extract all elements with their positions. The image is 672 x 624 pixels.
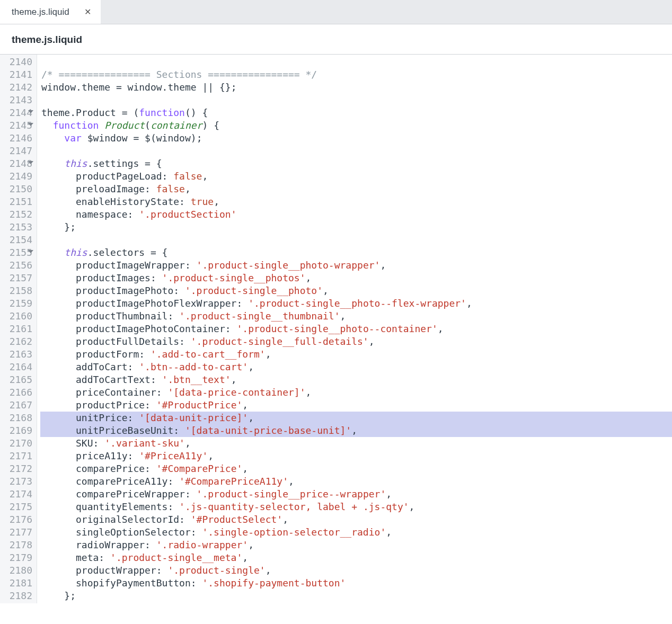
line-number: 2141 <box>3 68 32 81</box>
line-number: 2168 <box>3 412 32 424</box>
line-number: 2176 <box>3 513 32 526</box>
line-number: 2160 <box>3 310 32 323</box>
line-number: 2151 <box>3 195 32 208</box>
line-number: 2156 <box>3 259 32 272</box>
line-number: 2159 <box>3 297 32 310</box>
code-line[interactable]: originalSelectorId: '#ProductSelect', <box>40 513 672 526</box>
code-line[interactable]: meta: '.product-single__meta', <box>40 551 672 564</box>
line-number: 2173 <box>3 475 32 488</box>
line-number: 2182 <box>3 590 32 602</box>
code-line[interactable]: productForm: '.add-to-cart__form', <box>40 348 672 361</box>
fold-icon[interactable] <box>28 110 33 113</box>
breadcrumb-file: theme.js.liquid <box>12 34 82 45</box>
line-number-gutter: 2140214121422143214421452146214721482149… <box>0 55 37 603</box>
code-line[interactable]: }; <box>40 221 672 234</box>
line-number: 2175 <box>3 501 32 513</box>
line-number: 2145 <box>3 119 32 132</box>
code-editor[interactable]: 2140214121422143214421452146214721482149… <box>0 54 672 603</box>
line-number: 2180 <box>3 564 32 577</box>
tab-active[interactable]: theme.js.liquid ✕ <box>0 0 101 24</box>
code-line[interactable] <box>40 94 672 106</box>
code-line[interactable]: function Product(container) { <box>40 119 672 132</box>
code-line[interactable]: productImagePhoto: '.product-single__pho… <box>40 284 672 297</box>
code-line[interactable]: comparePriceA11y: '#ComparePriceA11y', <box>40 475 672 488</box>
code-line[interactable]: var $window = $(window); <box>40 132 672 145</box>
code-line[interactable]: theme.Product = (function() { <box>40 106 672 119</box>
line-number: 2152 <box>3 208 32 221</box>
close-icon[interactable]: ✕ <box>84 8 91 16</box>
line-number: 2150 <box>3 183 32 195</box>
code-line[interactable]: }; <box>40 590 672 602</box>
code-line[interactable]: singleOptionSelector: '.single-option-se… <box>40 526 672 539</box>
code-line[interactable]: enableHistoryState: true, <box>40 195 672 208</box>
line-number: 2149 <box>3 170 32 183</box>
line-number: 2140 <box>3 56 32 68</box>
line-number: 2153 <box>3 221 32 234</box>
line-number: 2162 <box>3 335 32 348</box>
line-number: 2164 <box>3 361 32 373</box>
code-line[interactable] <box>40 234 672 246</box>
code-line[interactable]: this.selectors = { <box>40 246 672 259</box>
line-number: 2170 <box>3 437 32 450</box>
line-number: 2158 <box>3 284 32 297</box>
breadcrumb: theme.js.liquid <box>0 24 672 54</box>
line-number: 2172 <box>3 462 32 475</box>
code-line[interactable]: comparePriceWrapper: '.product-single__p… <box>40 488 672 501</box>
line-number: 2166 <box>3 386 32 399</box>
code-line[interactable]: addToCart: '.btn--add-to-cart', <box>40 361 672 373</box>
code-line[interactable]: this.settings = { <box>40 157 672 170</box>
line-number: 2142 <box>3 81 32 94</box>
code-line[interactable]: namespace: '.productSection' <box>40 208 672 221</box>
code-line[interactable]: productImagePhotoContainer: '.product-si… <box>40 323 672 335</box>
fold-icon[interactable] <box>28 161 33 164</box>
code-line[interactable] <box>40 56 672 68</box>
line-number: 2143 <box>3 94 32 106</box>
line-number: 2181 <box>3 577 32 590</box>
code-line[interactable]: shopifyPaymentButton: '.shopify-payment-… <box>40 577 672 590</box>
code-line[interactable]: priceA11y: '#PriceA11y', <box>40 450 672 462</box>
line-number: 2174 <box>3 488 32 501</box>
line-number: 2144 <box>3 106 32 119</box>
line-number: 2154 <box>3 234 32 246</box>
line-number: 2155 <box>3 246 32 259</box>
code-line[interactable]: productImages: '.product-single__photos'… <box>40 272 672 284</box>
code-line[interactable]: SKU: '.variant-sku', <box>40 437 672 450</box>
code-line[interactable]: productImagePhotoFlexWrapper: '.product-… <box>40 297 672 310</box>
code-line[interactable]: productFullDetails: '.product-single__fu… <box>40 335 672 348</box>
line-number: 2178 <box>3 539 32 551</box>
code-line[interactable]: productWrapper: '.product-single', <box>40 564 672 577</box>
line-number: 2179 <box>3 551 32 564</box>
line-number: 2148 <box>3 157 32 170</box>
code-line[interactable]: window.theme = window.theme || {}; <box>40 81 672 94</box>
line-number: 2169 <box>3 424 32 437</box>
code-line[interactable]: productPrice: '#ProductPrice', <box>40 399 672 412</box>
code-line[interactable]: /* ================ Sections ===========… <box>40 68 672 81</box>
line-number: 2177 <box>3 526 32 539</box>
line-number: 2147 <box>3 145 32 157</box>
code-line[interactable]: productImageWrapper: '.product-single__p… <box>40 259 672 272</box>
code-line[interactable] <box>40 145 672 157</box>
fold-icon[interactable] <box>28 123 33 126</box>
line-number: 2171 <box>3 450 32 462</box>
fold-icon[interactable] <box>28 250 33 253</box>
code-line[interactable]: preloadImage: false, <box>40 183 672 195</box>
line-number: 2163 <box>3 348 32 361</box>
code-line[interactable]: quantityElements: '.js-quantity-selector… <box>40 501 672 513</box>
code-line[interactable]: priceContainer: '[data-price-container]'… <box>40 386 672 399</box>
code-line[interactable]: productPageLoad: false, <box>40 170 672 183</box>
line-number: 2157 <box>3 272 32 284</box>
line-number: 2165 <box>3 373 32 386</box>
tab-label: theme.js.liquid <box>12 7 69 17</box>
code-line[interactable]: unitPriceBaseUnit: '[data-unit-price-bas… <box>40 424 672 437</box>
line-number: 2146 <box>3 132 32 145</box>
code-line[interactable]: comparePrice: '#ComparePrice', <box>40 462 672 475</box>
code-area[interactable]: /* ================ Sections ===========… <box>37 55 672 603</box>
code-line[interactable]: productThumbnail: '.product-single__thum… <box>40 310 672 323</box>
line-number: 2167 <box>3 399 32 412</box>
code-line[interactable]: unitPrice: '[data-unit-price]', <box>40 412 672 424</box>
code-line[interactable]: addToCartText: '.btn__text', <box>40 373 672 386</box>
code-line[interactable]: radioWrapper: '.radio-wrapper', <box>40 539 672 551</box>
line-number: 2161 <box>3 323 32 335</box>
tab-bar: theme.js.liquid ✕ <box>0 0 672 24</box>
